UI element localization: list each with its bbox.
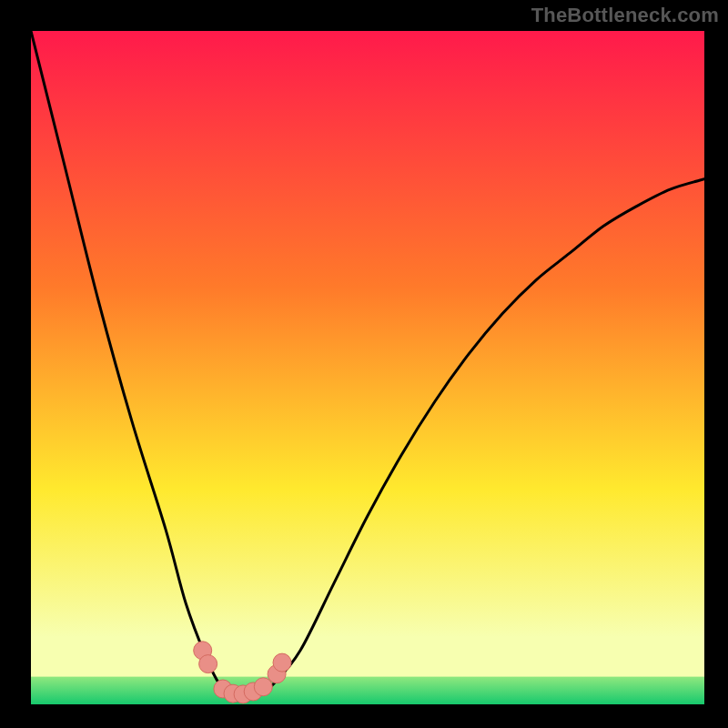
chart-frame: TheBottleneck.com xyxy=(0,0,728,728)
bottleneck-chart-svg xyxy=(31,31,704,704)
curve-marker xyxy=(199,655,217,673)
curve-marker xyxy=(254,678,272,696)
gradient-background xyxy=(31,31,704,704)
plot-area xyxy=(31,31,704,704)
attribution-text: TheBottleneck.com xyxy=(531,4,719,27)
curve-marker xyxy=(273,653,291,672)
